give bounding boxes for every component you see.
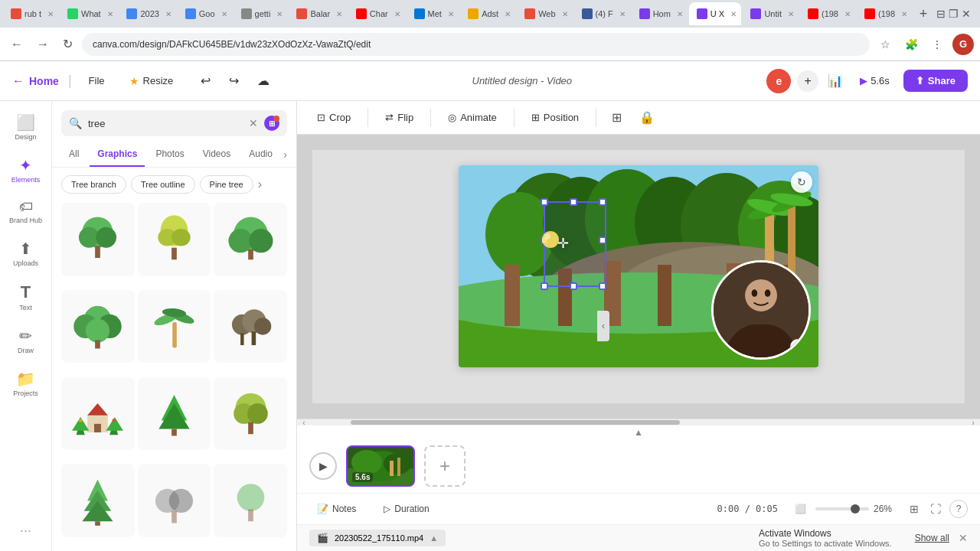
tab-audio[interactable]: Audio — [241, 142, 280, 167]
timeline-scrollbar[interactable]: ‹ › — [297, 419, 980, 425]
graphic-item-6[interactable] — [214, 290, 287, 364]
tab-1[interactable]: rub t✕ — [3, 2, 58, 25]
show-all-button[interactable]: Show all — [915, 533, 949, 543]
analytics-button[interactable]: 📊 — [825, 70, 846, 92]
back-button[interactable]: ← — [6, 34, 28, 54]
graphic-item-8[interactable] — [138, 377, 211, 451]
home-button[interactable]: ← Home — [12, 74, 59, 88]
zoom-thumb[interactable] — [851, 504, 860, 514]
tab-2[interactable]: What✕ — [60, 2, 117, 25]
sidebar-item-elements[interactable]: ✦ Elements — [0, 150, 51, 190]
tags-arrow-button[interactable]: › — [258, 178, 262, 191]
grid-view-button[interactable]: ⊞ — [606, 107, 627, 129]
help-button[interactable]: ? — [949, 500, 968, 518]
bookmark-button[interactable]: ☆ — [874, 34, 896, 55]
tab-3[interactable]: 2023✕ — [119, 2, 175, 25]
graphic-item-3[interactable] — [214, 203, 287, 276]
graphic-item-5[interactable] — [138, 290, 211, 364]
tab-8[interactable]: Met✕ — [407, 2, 459, 25]
play-duration-button[interactable]: ▶ 5.6s — [852, 71, 897, 90]
tab-graphics[interactable]: Graphics — [90, 142, 145, 167]
scrollbar-thumb[interactable] — [351, 420, 680, 425]
graphic-item-2[interactable] — [138, 203, 211, 276]
crop-button[interactable]: ⊡ Crop — [309, 108, 358, 127]
sidebar-item-text[interactable]: T Text — [0, 276, 51, 318]
redo-button[interactable]: ↪ — [221, 70, 247, 92]
tag-tree-branch[interactable]: Tree branch — [61, 175, 126, 194]
tab-active[interactable]: U X✕ — [689, 2, 742, 25]
refresh-button[interactable]: ↻ — [58, 34, 77, 54]
svg-point-10 — [249, 229, 273, 253]
forward-button[interactable]: → — [32, 34, 54, 54]
tab-5[interactable]: getti✕ — [234, 2, 288, 25]
resize-button[interactable]: ★ Resize — [122, 71, 181, 91]
fullscreen-icon[interactable]: ⛶ — [926, 500, 945, 518]
user-avatar[interactable]: e — [766, 69, 791, 93]
graphic-item-1[interactable] — [61, 203, 135, 276]
extensions-button[interactable]: 🧩 — [900, 34, 922, 55]
panel-collapse-button[interactable]: ‹ — [597, 311, 609, 341]
tab-6[interactable]: Balar✕ — [289, 2, 346, 25]
file-close-button[interactable]: ▲ — [430, 533, 438, 543]
lock-button[interactable]: 🔒 — [636, 107, 658, 129]
tabs-arrow-button[interactable]: › — [283, 148, 287, 161]
tab-all[interactable]: All — [61, 142, 87, 167]
settings-button[interactable]: ⋮ — [926, 34, 948, 55]
graphic-item-12[interactable] — [214, 464, 287, 537]
position-button[interactable]: ⊞ Position — [524, 108, 586, 127]
sidebar-item-brand-hub[interactable]: 🏷 Brand Hub — [0, 193, 51, 230]
dismiss-button[interactable]: ✕ — [959, 532, 968, 544]
animate-button[interactable]: ◎ Animate — [440, 108, 505, 127]
fit-screen-button[interactable]: ⬜ — [790, 501, 811, 517]
tab-16[interactable]: (198✕ — [857, 2, 912, 25]
graphic-item-7[interactable] — [61, 377, 135, 451]
video-clip[interactable]: 5.6s — [346, 445, 415, 487]
tab-15[interactable]: (198✕ — [800, 2, 855, 25]
tab-10[interactable]: Web✕ — [517, 2, 572, 25]
zoom-track[interactable] — [815, 507, 869, 510]
tag-pine-tree[interactable]: Pine tree — [200, 175, 253, 194]
svg-rect-48 — [172, 510, 177, 523]
refresh-canvas-button[interactable]: ↻ — [791, 171, 812, 193]
duration-button[interactable]: ▷ Duration — [376, 500, 436, 518]
new-tab-button[interactable]: + — [913, 3, 933, 24]
tab-9[interactable]: Adst✕ — [460, 2, 515, 25]
tag-tree-outline[interactable]: Tree outline — [131, 175, 195, 194]
sidebar-item-uploads[interactable]: ⬆ Uploads — [0, 233, 51, 273]
canvas-viewport[interactable]: ✛ ↻ — [297, 135, 980, 419]
sidebar-item-draw[interactable]: ✏ Draw — [0, 321, 51, 360]
flip-button[interactable]: ⇄ Flip — [377, 108, 421, 127]
file-button[interactable]: File — [81, 71, 113, 90]
grid-icon[interactable]: ⊞ — [905, 500, 923, 518]
tab-videos[interactable]: Videos — [195, 142, 238, 167]
tab-14[interactable]: Untit✕ — [743, 2, 799, 25]
scrollbar-left-arrow[interactable]: ‹ — [297, 419, 311, 425]
graphic-item-11[interactable] — [138, 464, 211, 537]
webcam-button[interactable]: ○ — [790, 339, 805, 354]
timeline-expand-button[interactable]: ▲ — [297, 425, 980, 439]
play-button[interactable]: ▶ — [309, 452, 337, 480]
add-collaborator-button[interactable]: + — [797, 70, 818, 92]
tab-photos[interactable]: Photos — [148, 142, 191, 167]
notes-button[interactable]: 📝 Notes — [309, 500, 364, 518]
search-input[interactable] — [88, 118, 243, 129]
undo-button[interactable]: ↩ — [193, 70, 218, 92]
svg-point-92 — [544, 233, 550, 240]
tab-4[interactable]: Goo✕ — [178, 2, 232, 25]
tab-7[interactable]: Char✕ — [348, 2, 405, 25]
add-clip-button[interactable]: + — [424, 445, 466, 487]
graphic-item-9[interactable] — [214, 377, 287, 451]
url-input[interactable]: canva.com/design/DAFkCU645BE/v1dw23zXOdO… — [82, 33, 870, 56]
sidebar-item-design[interactable]: ⬜ Design — [0, 107, 51, 147]
graphic-item-10[interactable] — [61, 464, 135, 537]
graphic-item-4[interactable] — [61, 290, 135, 364]
tab-11[interactable]: (4) F✕ — [574, 2, 630, 25]
sidebar-more-button[interactable]: ··· — [14, 517, 38, 545]
scrollbar-right-arrow[interactable]: › — [966, 419, 980, 425]
sidebar-item-projects[interactable]: 📁 Projects — [0, 364, 51, 403]
save-cloud-button[interactable]: ☁ — [250, 70, 277, 92]
search-clear-button[interactable]: ✕ — [249, 117, 258, 129]
share-button[interactable]: ⬆ Share — [903, 70, 968, 92]
tab-12[interactable]: Hom✕ — [632, 2, 688, 25]
browser-profile[interactable]: G — [952, 34, 974, 55]
